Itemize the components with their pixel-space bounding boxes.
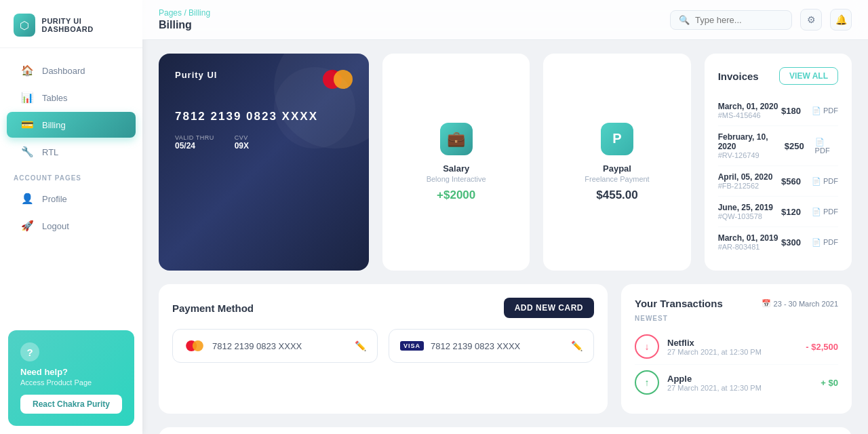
mastercard-mini (186, 340, 203, 351)
invoice-right: $560 📄 PDF (781, 176, 838, 186)
newest-label: NEWEST (635, 315, 838, 322)
help-title: Need help? (20, 367, 122, 377)
credit-card: Purity UI 7812 2139 0823 XXXX VALID THRU… (159, 54, 369, 271)
txn-name: Netflix (667, 338, 797, 348)
invoice-row: March, 01, 2019 #AR-803481 $300 📄 PDF (718, 227, 838, 257)
sidebar-item-label: Logout (42, 221, 69, 231)
invoice-info: March, 01, 2020 #MS-415646 (718, 102, 778, 119)
invoice-amount: $180 (781, 106, 801, 116)
card-number: 7812 2139 0823 XXXX (175, 110, 353, 123)
search-input[interactable] (695, 15, 783, 25)
notifications-button[interactable]: 🔔 (830, 9, 852, 31)
profile-icon: 👤 (20, 193, 34, 205)
card-valid-thru: VALID THRU 05/24 (175, 134, 214, 151)
sidebar: ⬡ PURITY UI DASHBOARD 🏠 Dashboard 📊 Tabl… (0, 0, 142, 434)
txn-name: Apple (667, 374, 812, 384)
settings-button[interactable]: ⚙ (800, 9, 822, 31)
sidebar-item-label: RTL (42, 147, 58, 157)
paypal-icon: P (601, 123, 633, 155)
salary-icon: 💼 (440, 123, 473, 155)
paypal-value: $455.00 (596, 189, 637, 202)
invoice-date: June, 25, 2019 (718, 203, 773, 212)
txn-icon: ↓ (635, 334, 659, 359)
cvv-value: 09X (235, 141, 249, 151)
topbar-right: 🔍 ⚙ 🔔 (670, 9, 852, 31)
dashboard-icon: 🏠 (20, 64, 34, 77)
logo-text: PURITY UI DASHBOARD (42, 17, 129, 33)
invoice-date: April, 05, 2020 (718, 172, 773, 182)
paypal-sublabel: Freelance Payment (585, 175, 649, 183)
view-all-button[interactable]: VIEW ALL (779, 67, 838, 85)
invoice-id: #QW-103578 (718, 212, 773, 220)
invoice-info: June, 25, 2019 #QW-103578 (718, 203, 773, 220)
sidebar-item-billing[interactable]: 💳 Billing (7, 112, 136, 138)
sidebar-item-tables[interactable]: 📊 Tables (7, 85, 136, 111)
sidebar-item-profile[interactable]: 👤 Profile (7, 186, 136, 212)
sidebar-item-dashboard[interactable]: 🏠 Dashboard (7, 58, 136, 83)
visa-logo: VISA (400, 341, 424, 351)
sidebar-logo: ⬡ PURITY UI DASHBOARD (0, 0, 142, 48)
breadcrumb-current: Billing (189, 8, 210, 18)
transaction-row: ↑ Apple 27 March 2021, at 12:30 PM + $0 (635, 365, 838, 400)
invoice-pdf[interactable]: 📄 PDF (815, 138, 838, 155)
txn-icon: ↑ (635, 370, 659, 395)
add-new-card-button[interactable]: ADD NEW CARD (504, 298, 594, 318)
edit-card-mc-icon[interactable]: ✏️ (355, 340, 366, 351)
invoice-amount: $300 (781, 237, 801, 248)
card-number-visa: 7812 2139 0823 XXXX (431, 341, 520, 351)
invoice-row: February, 10, 2020 #RV-126749 $250 📄 PDF (718, 126, 838, 166)
transactions-section: Your Transactions 📅 23 - 30 March 2021 N… (621, 284, 852, 414)
invoice-pdf[interactable]: 📄 PDF (812, 177, 838, 186)
sidebar-item-rtl[interactable]: 🔧 RTL (7, 139, 136, 165)
transactions-list: ↓ Netflix 27 March 2021, at 12:30 PM - $… (635, 329, 838, 400)
billing-icon: 💳 (20, 119, 34, 131)
card-item-mastercard: 7812 2139 0823 XXXX ✏️ (172, 329, 378, 363)
invoice-date: March, 01, 2020 (718, 102, 778, 111)
invoices-title: Invoices (718, 71, 759, 82)
page-title: Billing (159, 19, 210, 31)
invoice-date: February, 10, 2020 (718, 132, 785, 151)
salary-sublabel: Belong Interactive (427, 175, 486, 183)
calendar-icon: 📅 (762, 299, 771, 308)
invoice-date: March, 01, 2019 (718, 233, 778, 243)
invoice-right: $120 📄 PDF (781, 207, 838, 217)
breadcrumb-pages[interactable]: Pages (159, 8, 182, 18)
main-content: Pages / Billing Billing 🔍 ⚙ 🔔 Purity UI (142, 0, 868, 434)
invoice-right: $180 📄 PDF (781, 106, 838, 116)
account-section-label: ACCOUNT PAGES (0, 166, 142, 184)
txn-info: Apple 27 March 2021, at 12:30 PM (667, 374, 812, 392)
edit-card-visa-icon[interactable]: ✏️ (571, 340, 583, 351)
invoice-amount: $120 (781, 207, 801, 217)
tables-icon: 📊 (20, 92, 34, 104)
help-subtitle: Access Product Page (20, 378, 122, 387)
mastercard-logo (323, 70, 353, 89)
invoices-list: March, 01, 2020 #MS-415646 $180 📄 PDF Fe… (718, 96, 838, 257)
invoice-pdf[interactable]: 📄 PDF (812, 208, 838, 216)
help-button[interactable]: React Chakra Purity (20, 395, 122, 414)
breadcrumb: Pages / Billing (159, 8, 210, 18)
payment-method-title: Payment Method (172, 302, 254, 314)
mc-circle-right (334, 70, 353, 89)
transactions-title: Your Transactions (635, 298, 723, 309)
topbar: Pages / Billing Billing 🔍 ⚙ 🔔 (142, 0, 868, 40)
topbar-left: Pages / Billing Billing (159, 8, 210, 31)
invoice-pdf[interactable]: 📄 PDF (812, 106, 838, 115)
invoices-panel: Invoices VIEW ALL March, 01, 2020 #MS-41… (705, 54, 852, 271)
sidebar-item-logout[interactable]: 🚀 Logout (7, 213, 136, 239)
txn-info: Netflix 27 March 2021, at 12:30 PM (667, 338, 797, 356)
sidebar-help: ? Need help? Access Product Page React C… (8, 330, 134, 426)
invoice-pdf[interactable]: 📄 PDF (812, 238, 838, 247)
billing-section: Billing Information Oliver Liam Company … (159, 427, 852, 434)
txn-amount: - $2,500 (806, 342, 838, 352)
invoice-right: $250 📄 PDF (785, 138, 838, 155)
search-box: 🔍 (670, 10, 792, 30)
invoice-id: #RV-126749 (718, 151, 785, 159)
rtl-icon: 🔧 (20, 146, 34, 158)
card-header: Purity UI (175, 70, 353, 96)
sidebar-item-label: Tables (42, 93, 68, 103)
invoice-id: #AR-803481 (718, 243, 778, 251)
mc-mini-right (193, 340, 203, 351)
card-cvv: CVV 09X (235, 134, 249, 151)
sidebar-nav: 🏠 Dashboard 📊 Tables 💳 Billing 🔧 RTL ACC… (0, 48, 142, 322)
txn-date: 27 March 2021, at 12:30 PM (667, 384, 812, 392)
